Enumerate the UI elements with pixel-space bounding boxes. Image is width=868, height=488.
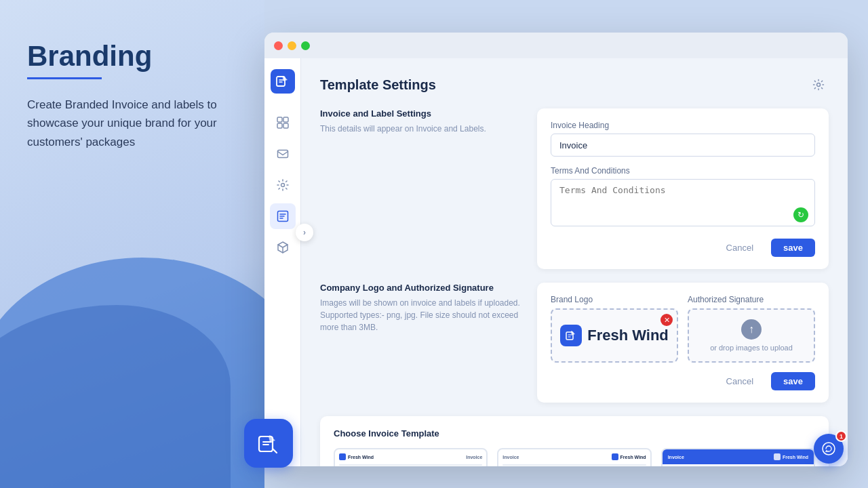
terms-textarea[interactable] bbox=[551, 179, 815, 226]
brand-logo-label: Brand Logo bbox=[551, 295, 678, 304]
upload-placeholder: ↑ or drop images to upload bbox=[710, 319, 793, 352]
sidebar-item-settings[interactable] bbox=[270, 172, 296, 198]
tmpl-1-logo: Fresh Wind bbox=[339, 453, 374, 460]
template-card-2[interactable]: Invoice Fresh Wind Delivery Address bbox=[497, 448, 651, 466]
tmpl-1-logo-icon bbox=[339, 453, 346, 460]
tmpl-2-logo: Fresh Wind bbox=[612, 453, 646, 460]
svg-point-11 bbox=[823, 443, 835, 455]
chat-bubble-button[interactable]: 1 bbox=[814, 434, 844, 464]
logo-icon bbox=[275, 74, 290, 89]
minimize-button[interactable] bbox=[288, 41, 296, 50]
template-3-inner: Invoice Fresh Wind Order Details bbox=[663, 449, 814, 466]
dashboard-icon bbox=[277, 117, 289, 129]
main-content: Template Settings Invoice and Label Sett… bbox=[301, 58, 848, 466]
box-icon bbox=[565, 329, 577, 342]
page-title: Template Settings bbox=[320, 77, 436, 93]
logo-save-button[interactable]: save bbox=[771, 372, 815, 390]
tmpl-1-title: Invoice bbox=[466, 455, 482, 460]
svg-rect-5 bbox=[283, 123, 288, 128]
close-button[interactable] bbox=[274, 41, 283, 50]
sidebar-item-packages[interactable] bbox=[270, 235, 296, 260]
authorized-sig-label: Authorized Signature bbox=[688, 295, 815, 304]
refresh-button[interactable]: ↻ bbox=[793, 207, 808, 222]
invoice-heading-input[interactable] bbox=[551, 134, 815, 157]
tmpl-2-logo-icon bbox=[612, 453, 618, 460]
remove-logo-button[interactable]: ✕ bbox=[660, 314, 673, 326]
invoice-section-title: Invoice and Label Settings bbox=[320, 108, 524, 119]
tmpl-3-logo: Fresh Wind bbox=[774, 453, 808, 460]
svg-rect-6 bbox=[277, 150, 288, 158]
sidebar-expand-button[interactable]: › bbox=[296, 224, 313, 241]
logo-section-row: Company Logo and Authorized Signature Im… bbox=[320, 283, 829, 403]
sidebar bbox=[264, 58, 301, 466]
tmpl-3-logo-icon bbox=[774, 453, 781, 460]
svg-point-9 bbox=[817, 83, 821, 87]
logo-sig-row: Brand Logo bbox=[551, 295, 815, 363]
tmpl-2-divider bbox=[502, 464, 646, 466]
template-section: Choose Invoice Template Fresh Wind Invoi… bbox=[320, 416, 829, 466]
terms-group: Terms And Conditions ↻ bbox=[551, 166, 815, 229]
invoice-section-left: Invoice and Label Settings This details … bbox=[320, 108, 524, 269]
template-card-3[interactable]: Invoice Fresh Wind Order Details bbox=[661, 448, 815, 466]
tmpl-2-header: Invoice Fresh Wind bbox=[502, 453, 646, 460]
settings-icon bbox=[277, 179, 289, 191]
invoice-btn-row: Cancel save bbox=[551, 239, 815, 257]
logo-section-desc: Images will be shown on invoice and labe… bbox=[320, 297, 524, 333]
traffic-lights bbox=[274, 41, 310, 50]
logo-section-left: Company Logo and Authorized Signature Im… bbox=[320, 283, 524, 403]
brand-logo-icon bbox=[560, 325, 582, 346]
invoice-section-desc: This details will appear on Invoice and … bbox=[320, 123, 524, 135]
logo-cancel-button[interactable]: Cancel bbox=[715, 372, 764, 390]
tmpl-3-title: Invoice bbox=[668, 455, 684, 460]
invoice-cancel-button[interactable]: Cancel bbox=[715, 239, 764, 257]
authorized-sig-col: Authorized Signature ↑ or drop images to… bbox=[688, 295, 815, 363]
logo-btn-row: Cancel save bbox=[551, 372, 815, 390]
terms-label: Terms And Conditions bbox=[551, 166, 815, 176]
invoice-save-button[interactable]: save bbox=[771, 239, 815, 257]
content-header: Template Settings bbox=[320, 75, 829, 95]
svg-rect-3 bbox=[283, 117, 288, 122]
template-grid: Fresh Wind Invoice Delivery Address bbox=[334, 448, 815, 466]
main-window: Template Settings Invoice and Label Sett… bbox=[264, 33, 848, 466]
invoice-heading-label: Invoice Heading bbox=[551, 121, 815, 130]
brand-logo-text: Fresh Wind bbox=[587, 327, 669, 344]
brand-logo-upload-box[interactable]: Fresh Wind ✕ bbox=[551, 308, 678, 363]
sidebar-item-dashboard[interactable] bbox=[270, 110, 296, 136]
template-card-1[interactable]: Fresh Wind Invoice Delivery Address bbox=[334, 448, 488, 466]
gear-icon bbox=[812, 79, 825, 91]
invoice-section-row: Invoice and Label Settings This details … bbox=[320, 108, 829, 269]
brand-logo-col: Brand Logo bbox=[551, 295, 678, 363]
tmpl-1-logo-text: Fresh Wind bbox=[348, 455, 374, 460]
template-2-inner: Invoice Fresh Wind Delivery Address bbox=[498, 449, 650, 466]
tmpl-2-logo-text: Fresh Wind bbox=[620, 455, 646, 460]
svg-rect-2 bbox=[277, 117, 282, 122]
chevron-right-icon: › bbox=[303, 228, 306, 237]
sidebar-logo[interactable] bbox=[271, 69, 295, 94]
tmpl-3-logo-text: Fresh Wind bbox=[783, 455, 808, 460]
mail-icon bbox=[277, 148, 289, 160]
sidebar-item-messages[interactable] bbox=[270, 141, 296, 167]
chat-icon bbox=[821, 441, 836, 456]
chat-widget[interactable]: 1 bbox=[814, 434, 844, 464]
maximize-button[interactable] bbox=[301, 41, 310, 50]
brand-logo-preview: Fresh Wind bbox=[552, 325, 677, 346]
template-section-title: Choose Invoice Template bbox=[334, 428, 815, 439]
svg-rect-4 bbox=[277, 123, 282, 128]
invoice-form-card: Invoice Heading Terms And Conditions ↻ C… bbox=[537, 108, 829, 269]
package-icon bbox=[277, 241, 289, 253]
template-1-inner: Fresh Wind Invoice Delivery Address bbox=[335, 449, 486, 466]
branding-description: Create Branded Invoice and labels to sho… bbox=[27, 96, 237, 151]
sidebar-item-templates[interactable] bbox=[270, 203, 296, 229]
logo-form-card: Brand Logo bbox=[537, 283, 829, 403]
svg-point-7 bbox=[281, 184, 284, 187]
tmpl-1-header: Fresh Wind Invoice bbox=[339, 453, 482, 460]
authorized-sig-upload-box[interactable]: ↑ or drop images to upload bbox=[688, 308, 815, 363]
invoice-heading-group: Invoice Heading bbox=[551, 121, 815, 157]
upload-text: or drop images to upload bbox=[710, 344, 793, 352]
titlebar bbox=[264, 33, 848, 58]
window-body: Template Settings Invoice and Label Sett… bbox=[264, 58, 848, 466]
app-icon[interactable] bbox=[244, 419, 293, 468]
tmpl-3-header-bar: Invoice Fresh Wind bbox=[663, 449, 814, 464]
upload-arrow-icon: ↑ bbox=[741, 319, 762, 340]
settings-gear-button[interactable] bbox=[808, 75, 829, 95]
